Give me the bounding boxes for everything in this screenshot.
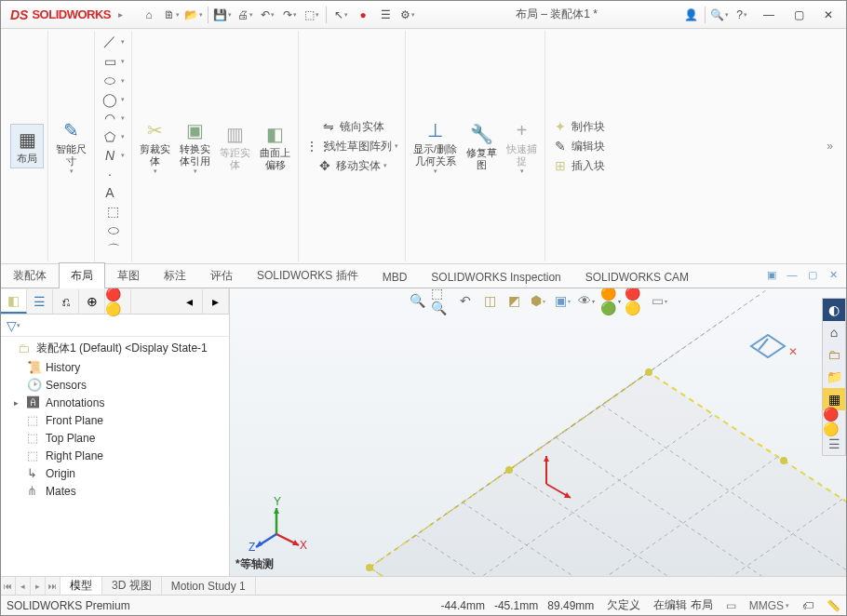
tab-layout[interactable]: 布局	[59, 262, 105, 288]
ribbon-overflow[interactable]: »	[819, 31, 840, 261]
expand-icon[interactable]: ▸	[14, 398, 23, 408]
ellipse-tool[interactable]: ⬭	[102, 221, 125, 239]
home-task-button[interactable]: ⌂	[823, 321, 845, 343]
rect-region-tool[interactable]: ⬚	[102, 203, 125, 220]
tree-item-top-plane[interactable]: ⬚Top Plane	[1, 429, 229, 447]
make-block-button[interactable]: ✦制作块	[549, 118, 608, 136]
status-tag-button[interactable]: 🏷	[802, 599, 813, 612]
display-manager-tab[interactable]: 🔴🟡	[105, 289, 131, 314]
tab-annotate[interactable]: 标注	[152, 262, 198, 288]
file-explorer-button[interactable]: 📁	[823, 366, 845, 388]
bt-next[interactable]: ▸	[31, 577, 46, 595]
orientation-triad[interactable]: Y X Z	[249, 497, 304, 553]
form-button[interactable]: ☰	[375, 5, 396, 25]
cancel-icon[interactable]: ✕	[788, 345, 798, 358]
tree-root[interactable]: 🗀 装配体1 (Default) <Display State-1	[1, 339, 229, 358]
doc-controls-icon[interactable]: ▣	[764, 267, 779, 282]
bt-first[interactable]: ⏮	[1, 577, 16, 595]
config-manager-tab[interactable]: ⎌	[53, 289, 79, 314]
exit-sketch-confirm[interactable]: ✕	[747, 326, 803, 363]
tree-item-mates[interactable]: ⋔Mates	[1, 482, 229, 500]
sw-resources-button[interactable]: ◐	[823, 299, 845, 321]
doc-minimize-button[interactable]: —	[785, 267, 800, 282]
surfoff-icon: ◧	[266, 121, 284, 147]
status-display-button[interactable]: ▭	[726, 599, 736, 612]
tree-filter[interactable]: ▽▾	[1, 315, 229, 337]
bt-last[interactable]: ⏭	[46, 577, 60, 595]
tab-sw-addins[interactable]: SOLIDWORKS 插件	[245, 262, 370, 288]
doc-close-button[interactable]: ✕	[826, 267, 840, 282]
dimxpert-tab[interactable]: ⊕	[79, 289, 105, 314]
status-units[interactable]: MMGS ▾	[749, 599, 789, 612]
user-button[interactable]: 👤	[680, 5, 701, 25]
move-button[interactable]: ✥移动实体▾	[314, 157, 390, 175]
line-tool[interactable]: ／▾	[99, 33, 128, 51]
cursor-button[interactable]: ↖▾	[330, 5, 351, 25]
layout-button[interactable]: ▦ 布局	[10, 124, 44, 167]
feature-tree-tab[interactable]: ◧	[1, 289, 27, 314]
trim-button[interactable]: ✂剪裁实 体▾	[136, 115, 174, 178]
poly-tool[interactable]: ⬠▾	[99, 128, 128, 145]
tree-item-right-plane[interactable]: ⬚Right Plane	[1, 447, 229, 464]
maximize-button[interactable]: ▢	[785, 5, 813, 25]
save-button[interactable]: 💾▾	[212, 5, 233, 25]
tree-item-history[interactable]: 📜History	[1, 358, 229, 376]
tab-mbd[interactable]: MBD	[370, 265, 420, 288]
bottom-tab-model[interactable]: 模型	[60, 577, 102, 595]
doc-maximize-button[interactable]: ▢	[805, 267, 820, 282]
bottom-tab-motion[interactable]: Motion Study 1	[162, 577, 256, 595]
logo-dropdown-icon[interactable]: ▸	[114, 9, 127, 20]
mirror-button[interactable]: ⇋镜向实体	[317, 118, 387, 136]
status-ruler-button[interactable]: 📏	[827, 599, 840, 612]
repair-button[interactable]: 🔧修复草 图	[463, 119, 501, 173]
slot-tool[interactable]: ⬭▾	[99, 72, 128, 89]
redo-button[interactable]: ↷▾	[279, 5, 300, 25]
tab-evaluate[interactable]: 评估	[198, 262, 245, 288]
tab-sw-inspection[interactable]: SOLIDWORKS Inspection	[419, 265, 572, 288]
graphics-viewport[interactable]: 🔍 ⬚🔍 ↶ ◫ ◩ ⬢▾ ▣▾ 👁▾ 🟠🟢▾ 🔴🟡 ▭▾	[230, 288, 846, 576]
new-button[interactable]: 🗎▾	[161, 5, 182, 25]
smart-dimension-button[interactable]: ✎ 智能尺 寸 ▾	[52, 115, 90, 178]
bt-prev[interactable]: ◂	[16, 577, 31, 595]
linear-pattern-button[interactable]: ⋮⋮线性草图阵列▾	[302, 138, 401, 155]
rect-tool[interactable]: ▭▾	[99, 53, 128, 70]
settings-button[interactable]: ⚙▾	[397, 5, 418, 25]
circle-tool[interactable]: ◯▾	[99, 91, 128, 108]
tree-item-front-plane[interactable]: ⬚Front Plane	[1, 411, 229, 429]
quicksnap-button[interactable]: +快速捕 捉▾	[503, 115, 541, 178]
fillet-tool[interactable]: ⌒	[102, 241, 125, 260]
edit-block-button[interactable]: ✎编辑块	[549, 138, 608, 155]
rebuild-button[interactable]: ●	[353, 5, 373, 25]
help-button[interactable]: ?▾	[732, 5, 752, 25]
tree-nav-prev[interactable]: ◂	[177, 289, 203, 314]
property-manager-tab[interactable]: ☰	[27, 289, 53, 314]
convert-button[interactable]: ▣转换实 体引用▾	[176, 115, 214, 178]
search-button[interactable]: 🔍▾	[709, 5, 730, 25]
insert-block-button[interactable]: ⊞插入块	[549, 157, 608, 175]
open-button[interactable]: 📂▾	[183, 5, 204, 25]
disp-del-button[interactable]: ⊥显示/删除 几何关系▾	[410, 115, 461, 178]
print-button[interactable]: 🖨▾	[235, 5, 255, 25]
design-lib-button[interactable]: 🗀	[823, 343, 845, 366]
custom-props-button[interactable]: ☰	[823, 433, 845, 455]
point-tool[interactable]: ·	[99, 166, 128, 182]
rectangle-select-button[interactable]: ⬚▾	[302, 5, 322, 25]
home-button[interactable]: ⌂	[139, 5, 159, 25]
spline-tool[interactable]: N▾	[99, 147, 128, 164]
tab-sketch[interactable]: 草图	[105, 262, 152, 288]
text-tool[interactable]: A	[99, 184, 128, 201]
surf-offset-button[interactable]: ◧曲面上 偏移	[256, 119, 294, 173]
close-button[interactable]: ✕	[814, 5, 842, 25]
tree-item-annotations[interactable]: ▸🅰Annotations	[1, 394, 229, 411]
tab-assembly[interactable]: 装配体	[1, 262, 59, 288]
tree-item-sensors[interactable]: 🕑Sensors	[1, 376, 229, 394]
minimize-button[interactable]: —	[755, 5, 783, 25]
arc-tool[interactable]: ◠▾	[99, 110, 128, 127]
tab-sw-cam[interactable]: SOLIDWORKS CAM	[573, 265, 701, 288]
undo-button[interactable]: ↶▾	[257, 5, 277, 25]
tree-nav-next[interactable]: ▸	[203, 289, 229, 314]
appearances-button[interactable]: 🔴🟡	[823, 410, 845, 433]
equidist-button[interactable]: ▥等距实 体	[216, 119, 254, 173]
bottom-tab-3dview[interactable]: 3D 视图	[102, 577, 162, 595]
tree-item-origin[interactable]: ↳Origin	[1, 464, 229, 482]
